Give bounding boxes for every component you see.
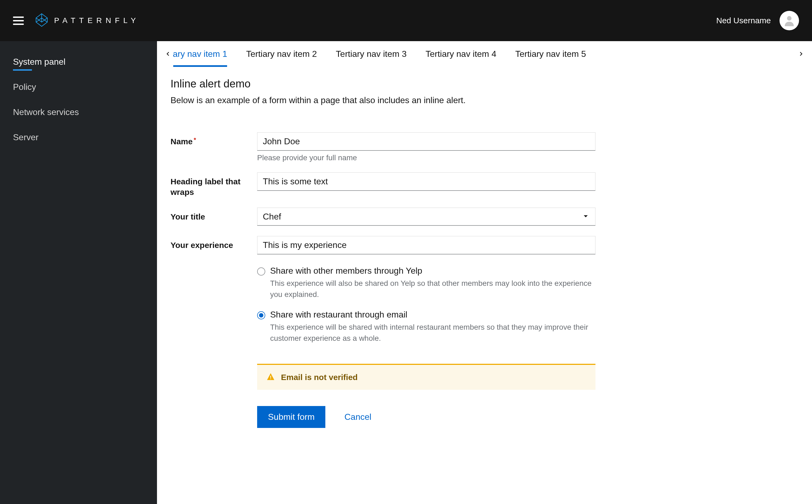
experience-label: Your experience [171,236,257,250]
inline-alert-warning: Email is not verified [257,364,595,390]
name-input[interactable] [257,132,595,151]
sidebar-item-label: System panel [13,57,66,67]
sidebar-item-system-panel[interactable]: System panel [0,49,157,74]
page-description: Below is an example of a form within a p… [171,95,798,105]
radio-description: This experience will be shared with inte… [270,322,595,344]
label-text: Name [171,137,193,146]
title-select[interactable]: Chef [257,208,595,226]
nav-scroll-right-button[interactable] [796,51,807,57]
name-helper-text: Please provide your full name [257,153,595,162]
avatar[interactable] [780,11,799,30]
radio-label: Share with restaurant through email [270,310,595,320]
brand-logo[interactable]: PATTERNFLY [35,13,140,28]
patternfly-logo-icon [35,13,49,28]
svg-rect-3 [270,378,271,379]
user-icon [782,14,796,27]
sidebar-item-label: Network services [13,107,79,117]
radio-description: This experience will also be shared on Y… [270,278,595,300]
page-header-section: Inline alert demo Below is an example of… [157,67,812,119]
experience-input[interactable] [257,236,595,254]
heading-input[interactable] [257,172,595,191]
brand-text: PATTERNFLY [54,16,140,25]
chevron-left-icon [165,51,171,57]
main-content: ertiary nav item 1 Tertiary nav item 2 T… [157,41,812,504]
warning-triangle-icon [266,372,275,382]
tab-tertiary-1[interactable]: ertiary nav item 1 [173,41,227,67]
form-row-name: Name* Please provide your full name [171,132,798,162]
sidebar-item-server[interactable]: Server [0,125,157,150]
chevron-right-icon [798,51,804,57]
title-label: Your title [171,208,257,222]
menu-toggle-button[interactable] [13,17,24,25]
form-row-heading: Heading label that wraps [171,172,798,197]
form-row-experience: Your experience [171,236,798,254]
sidebar: System panel Policy Network services Ser… [0,41,157,504]
tab-label: Tertiary nav item 3 [336,49,407,59]
tab-label: Tertiary nav item 5 [515,49,586,59]
form-row-title: Your title Chef [171,208,798,226]
tab-tertiary-3[interactable]: Tertiary nav item 3 [336,41,407,67]
required-indicator: * [194,136,196,143]
tab-tertiary-5[interactable]: Tertiary nav item 5 [515,41,586,67]
radio-input-yelp[interactable] [257,267,265,276]
sidebar-item-label: Policy [13,82,36,92]
tab-label: Tertiary nav item 2 [246,49,317,59]
cancel-button[interactable]: Cancel [344,412,371,422]
radio-option-yelp[interactable]: Share with other members through Yelp Th… [257,266,595,300]
form-actions: Submit form Cancel [257,406,798,428]
sidebar-item-label: Server [13,132,38,142]
name-label: Name* [171,132,257,147]
svg-rect-2 [270,376,271,378]
page-title: Inline alert demo [171,78,798,90]
submit-button[interactable]: Submit form [257,406,325,428]
radio-input-email[interactable] [257,311,265,319]
svg-point-1 [787,16,792,21]
form-row-share: Share with other members through Yelp Th… [171,265,798,354]
sidebar-item-policy[interactable]: Policy [0,74,157,100]
username-label[interactable]: Ned Username [716,16,771,25]
heading-label: Heading label that wraps [171,172,257,197]
tab-tertiary-4[interactable]: Tertiary nav item 4 [425,41,496,67]
alert-title: Email is not verified [281,373,358,382]
radio-label: Share with other members through Yelp [270,266,595,276]
radio-option-email[interactable]: Share with restaurant through email This… [257,310,595,344]
tab-tertiary-2[interactable]: Tertiary nav item 2 [246,41,317,67]
tab-label: Tertiary nav item 4 [425,49,496,59]
header: PATTERNFLY Ned Username [0,0,812,41]
form-section: Name* Please provide your full name Head… [157,119,812,441]
nav-scroll-left-button[interactable] [162,51,173,57]
tertiary-nav: ertiary nav item 1 Tertiary nav item 2 T… [157,41,812,67]
tab-label: ertiary nav item 1 [173,49,227,59]
sidebar-item-network-services[interactable]: Network services [0,100,157,125]
